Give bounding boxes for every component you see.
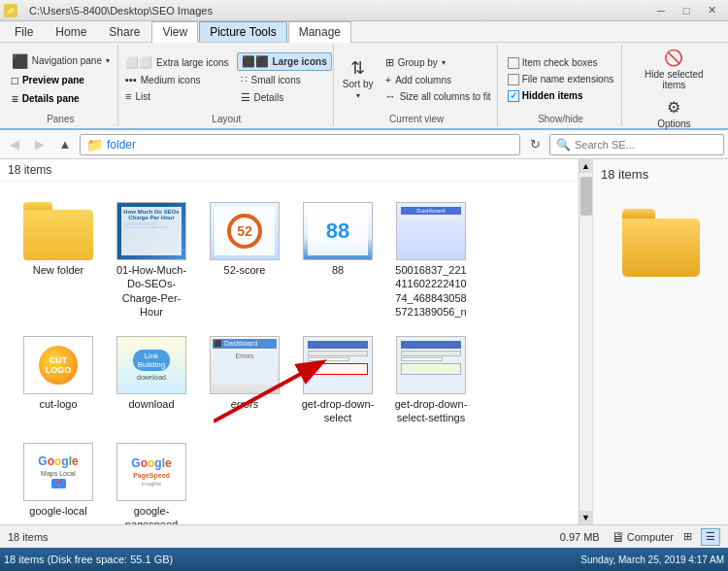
main-content: 18 items New folder How Much Do SE <box>0 159 728 524</box>
preview-pane-btn[interactable]: □ Preview pane <box>8 72 114 89</box>
layout-content: ⬜⬜ Extra large icons ▪▪▪ Medium icons ≡ … <box>121 47 332 112</box>
status-size: 0.97 MB <box>560 531 600 543</box>
breadcrumb: folder <box>107 138 136 151</box>
file-item-download[interactable]: LinkBuilding download download <box>109 331 194 430</box>
file-item-get-drop-down-select-settings[interactable]: get-drop-down-select-settings <box>388 331 474 430</box>
title-bar: 📁 C:\Users\5-8400\Desktop\SEO Images ─ □… <box>0 0 728 21</box>
file-area[interactable]: New folder How Much Do SEOs Charge Per H… <box>0 182 579 524</box>
ribbon-group-current-view: ⇅ Sort by ▾ ⊞ Group by ▾ + Add columns ↔… <box>336 45 498 126</box>
file-item-50016837[interactable]: Dashboard 50016837_22141160222241074_468… <box>388 197 474 323</box>
details-pane-btn[interactable]: ≡ Details pane <box>8 90 114 108</box>
file-thumb-01: How Much Do SEOs Charge Per Hour <box>116 202 186 260</box>
details-view-btn[interactable]: ☰ <box>701 528 720 546</box>
file-item-errors[interactable]: ⬛ Dashboard Errors errors <box>202 331 287 430</box>
file-name-52: 52-score <box>224 263 266 277</box>
file-item-cut-logo[interactable]: CUTLOGO cut-logo <box>16 331 101 430</box>
file-name-01: 01-How-Much-Do-SEOs-Charge-Per-Hour <box>114 263 189 319</box>
scroll-down-btn[interactable]: ▼ <box>579 511 593 524</box>
file-thumb-52: 52 <box>210 202 280 260</box>
forward-button[interactable]: ▶ <box>29 134 50 155</box>
small-icons-btn[interactable]: ∷ Small icons <box>237 72 332 88</box>
file-item-01[interactable]: How Much Do SEOs Charge Per Hour 01-How-… <box>109 197 194 323</box>
group-by-btn[interactable]: ⊞ Group by ▾ <box>381 54 495 71</box>
current-view-label: Current view <box>389 114 444 124</box>
file-name-errors: errors <box>231 397 259 411</box>
show-hide-content: Item check boxes File name extensions ✓ … <box>504 47 618 112</box>
refresh-button[interactable]: ↻ <box>524 134 546 155</box>
item-count-bar: 18 items <box>0 159 579 182</box>
panes-content: ⬛ Navigation pane ▾ □ Preview pane ≡ Det… <box>8 47 114 112</box>
tab-file[interactable]: File <box>4 21 44 42</box>
current-view-content: ⇅ Sort by ▾ ⊞ Group by ▾ + Add columns ↔… <box>339 47 495 112</box>
hide-selected-btn[interactable]: 🚫 Hide selected items <box>630 47 718 92</box>
panes-label: Panes <box>47 114 74 124</box>
tab-view[interactable]: View <box>151 21 198 43</box>
title-bar-left: 📁 C:\Users\5-8400\Desktop\SEO Images <box>4 4 648 17</box>
medium-icons-btn[interactable]: ▪▪▪ Medium icons <box>121 72 232 87</box>
file-area-wrapper: 18 items New folder How Much Do SE <box>0 159 579 524</box>
title-bar-path: C:\Users\5-8400\Desktop\SEO Images <box>29 5 213 17</box>
scroll-up-btn[interactable]: ▲ <box>579 159 593 173</box>
search-icon: 🔍 <box>556 138 571 151</box>
view-options-col: ⊞ Group by ▾ + Add columns ↔ Size all co… <box>381 54 495 104</box>
file-name-88: 88 <box>332 263 344 277</box>
navigation-pane-btn[interactable]: ⬛ Navigation pane ▾ <box>8 51 114 71</box>
file-item-88[interactable]: 88 88 <box>295 197 381 323</box>
address-field[interactable]: 📁 folder <box>80 134 520 155</box>
file-item-google-local[interactable]: Google Maps Local 📍 google-local <box>16 438 101 524</box>
show-hide-col: Item check boxes File name extensions ✓ … <box>504 55 618 104</box>
up-button[interactable]: ▲ <box>54 134 76 155</box>
taskbar-datetime: Sunday, March 25, 2019 4:17 AM <box>580 554 724 565</box>
tab-manage[interactable]: Manage <box>288 21 351 43</box>
scrollbar[interactable]: ▲ ▼ <box>579 159 592 524</box>
item-check-boxes-btn[interactable]: Item check boxes <box>504 55 618 71</box>
hidden-items-btn[interactable]: ✓ Hidden items <box>504 88 618 104</box>
computer-label-area: 🖥 Computer <box>612 529 674 545</box>
computer-label: Computer <box>627 531 674 543</box>
file-item-get-drop-down-select[interactable]: get-drop-down-select <box>295 331 381 430</box>
file-thumb-google-pagespeed: Google PageSpeed Insights <box>116 443 186 501</box>
close-button[interactable]: ✕ <box>699 0 724 21</box>
layout-label: Layout <box>212 114 241 124</box>
search-input[interactable] <box>575 139 717 151</box>
tab-home[interactable]: Home <box>45 21 97 42</box>
file-name-google-pagespeed: google-pagespeed <box>114 504 189 524</box>
taskbar-items-info: 18 items (Disk free space: 55.1 GB) <box>4 554 173 565</box>
files-grid: New folder How Much Do SEOs Charge Per H… <box>8 189 571 524</box>
file-item-52[interactable]: 52 52-score <box>202 197 287 323</box>
ribbon-tabs: File Home Share View Picture Tools Manag… <box>0 21 728 43</box>
breadcrumb-item-seo[interactable]: folder <box>107 138 136 151</box>
tab-share[interactable]: Share <box>98 21 150 42</box>
size-columns-btn[interactable]: ↔ Size all columns to fit <box>381 88 495 104</box>
extra-large-icons-btn[interactable]: ⬜⬜ Extra large icons <box>121 54 232 71</box>
file-thumb-download: LinkBuilding download <box>116 336 186 394</box>
ribbon-group-panes: ⬛ Navigation pane ▾ □ Preview pane ≡ Det… <box>4 45 118 126</box>
search-box[interactable]: 🔍 <box>549 134 724 155</box>
folder-large-icon <box>622 209 700 277</box>
minimize-button[interactable]: ─ <box>648 0 674 21</box>
tab-picture-tools[interactable]: Picture Tools <box>199 21 286 42</box>
right-item-count: 18 items <box>601 167 648 182</box>
maximize-button[interactable]: □ <box>674 0 699 21</box>
add-columns-btn[interactable]: + Add columns <box>381 72 495 87</box>
back-button[interactable]: ◀ <box>4 134 25 155</box>
ribbon-group-layout: ⬜⬜ Extra large icons ▪▪▪ Medium icons ≡ … <box>120 45 334 126</box>
list-btn[interactable]: ≡ List <box>121 88 232 104</box>
item-count: 18 items <box>8 163 51 177</box>
layout-col2: ⬛⬛ Large icons ∷ Small icons ☰ Details <box>237 52 332 106</box>
file-name-get-drop-down-select-settings: get-drop-down-select-settings <box>393 397 469 425</box>
large-icons-view-btn[interactable]: ⊞ <box>678 528 697 546</box>
taskbar: 18 items (Disk free space: 55.1 GB) Sund… <box>0 548 728 571</box>
options-content: 🚫 Hide selected items ⚙ Options <box>630 47 718 131</box>
folder-icon-new <box>23 202 93 260</box>
file-name-extensions-btn[interactable]: File name extensions <box>504 72 618 87</box>
file-item-google-pagespeed[interactable]: Google PageSpeed Insights google-pagespe… <box>109 438 194 524</box>
file-name-google-local: google-local <box>29 504 86 518</box>
details-btn[interactable]: ☰ Details <box>237 89 332 106</box>
file-name-cut-logo: cut-logo <box>39 397 77 411</box>
options-btn[interactable]: ⚙ Options <box>653 96 694 131</box>
file-item-new-folder[interactable]: New folder <box>16 197 101 323</box>
sort-by-btn[interactable]: ⇅ Sort by ▾ <box>339 57 378 102</box>
large-icons-btn[interactable]: ⬛⬛ Large icons <box>237 52 332 71</box>
scroll-thumb[interactable] <box>580 177 592 216</box>
